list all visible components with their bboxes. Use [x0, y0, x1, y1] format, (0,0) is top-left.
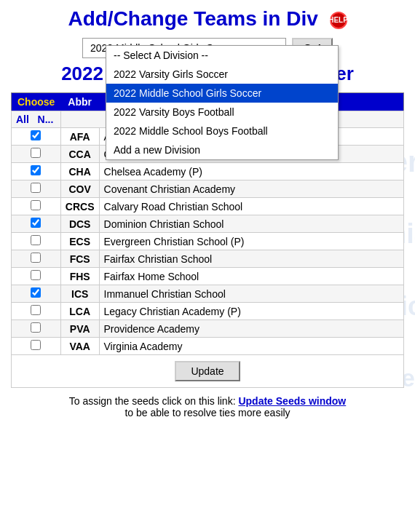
checkbox-cell-cov[interactable] — [12, 180, 61, 198]
checkbox-vaa[interactable] — [31, 340, 41, 350]
abbr-cell-fcs: FCS — [60, 250, 99, 268]
checkbox-ics[interactable] — [31, 287, 41, 298]
page-title: Add/Change Teams in Div HELP — [11, 7, 404, 31]
dd-item-select[interactable]: -- Select A Division -- — [106, 46, 338, 65]
table-row: FCSFairfax Christian School — [12, 250, 404, 268]
abbr-cell-pva: PVA — [60, 320, 99, 338]
footer-line1: To assign the seeds click on this link: — [69, 395, 239, 407]
dd-item-vbf[interactable]: 2022 Varsity Boys Football — [106, 103, 338, 122]
update-row: Update — [12, 355, 404, 388]
checkbox-cell-cca[interactable] — [12, 146, 61, 163]
dd-item-new[interactable]: Add a new Division — [106, 140, 338, 159]
name-cell-pva: Providence Academy — [99, 320, 403, 338]
table-row: ECSEvergreen Christian School (P) — [12, 233, 404, 250]
table-row: ICSImmanuel Christian School — [12, 285, 404, 303]
page-title-text: Add/Change Teams in Div — [68, 7, 317, 30]
name-cell-fcs: Fairfax Christian School — [99, 250, 403, 268]
none-label[interactable]: N... — [38, 114, 54, 125]
checkbox-cell-cha[interactable] — [12, 163, 61, 180]
checkbox-fhs[interactable] — [31, 270, 41, 280]
update-button[interactable]: Update — [175, 361, 240, 381]
table-row: PVAProvidence Academy — [12, 320, 404, 338]
abbr-cell-fhs: FHS — [60, 268, 99, 285]
footer-text: To assign the seeds click on this link: … — [11, 395, 404, 418]
checkbox-afa[interactable] — [31, 130, 41, 140]
abbr-cell-dcs: DCS — [60, 215, 99, 233]
checkbox-cov[interactable] — [31, 183, 41, 193]
dd-item-msgs[interactable]: 2022 Middle School Girls Soccer — [106, 84, 338, 103]
abbr-cell-cha: CHA — [60, 163, 99, 180]
checkbox-ecs[interactable] — [31, 235, 41, 245]
checkbox-cell-lca[interactable] — [12, 303, 61, 320]
table-row: DCSDominion Christian School — [12, 215, 404, 233]
checkbox-crcs[interactable] — [31, 200, 41, 210]
name-cell-ecs: Evergreen Christian School (P) — [99, 233, 403, 250]
checkbox-pva[interactable] — [31, 322, 41, 333]
col-header-choose: Choose — [12, 93, 61, 111]
table-row: CHAChelsea Academy (P) — [12, 163, 404, 180]
checkbox-cell-ecs[interactable] — [12, 233, 61, 250]
abbr-cell-vaa: VAA — [60, 338, 99, 355]
abbr-cell-afa: AFA — [60, 128, 99, 146]
name-cell-dcs: Dominion Christian School — [99, 215, 403, 233]
checkbox-cell-afa[interactable] — [12, 128, 61, 146]
abbr-cell-lca: LCA — [60, 303, 99, 320]
abbr-cell-cca: CCA — [60, 146, 99, 163]
dropdown-overlay: -- Select A Division -- 2022 Varsity Gir… — [106, 45, 339, 160]
name-cell-vaa: Virginia Academy — [99, 338, 403, 355]
footer-line2: to be able to resolve ties more easily — [125, 407, 290, 418]
dd-item-msbf[interactable]: 2022 Middle School Boys Football — [106, 122, 338, 140]
checkbox-cell-fhs[interactable] — [12, 268, 61, 285]
checkbox-cell-pva[interactable] — [12, 320, 61, 338]
update-seeds-link[interactable]: Update Seeds window — [238, 395, 346, 407]
table-row: CRCSCalvary Road Christian School — [12, 198, 404, 215]
select-all-cell[interactable]: All N... — [12, 111, 61, 128]
name-cell-cov: Covenant Christian Academy — [99, 180, 403, 198]
name-cell-lca: Legacy Christian Academy (P) — [99, 303, 403, 320]
checkbox-cell-dcs[interactable] — [12, 215, 61, 233]
checkbox-fcs[interactable] — [31, 253, 41, 263]
abbr-cell-crcs: CRCS — [60, 198, 99, 215]
checkbox-cca[interactable] — [31, 148, 41, 158]
name-cell-fhs: Fairfax Home School — [99, 268, 403, 285]
name-cell-cha: Chelsea Academy (P) — [99, 163, 403, 180]
table-row: FHSFairfax Home School — [12, 268, 404, 285]
table-row: VAAVirginia Academy — [12, 338, 404, 355]
checkbox-cell-vaa[interactable] — [12, 338, 61, 355]
dd-item-vgs[interactable]: 2022 Varsity Girls Soccer — [106, 65, 338, 84]
abbr-cell-ecs: ECS — [60, 233, 99, 250]
update-cell: Update — [12, 355, 404, 388]
help-icon[interactable]: HELP — [330, 12, 347, 29]
abbr-cell-ics: ICS — [60, 285, 99, 303]
checkbox-cha[interactable] — [31, 165, 41, 175]
checkbox-cell-ics[interactable] — [12, 285, 61, 303]
checkbox-cell-fcs[interactable] — [12, 250, 61, 268]
checkbox-cell-crcs[interactable] — [12, 198, 61, 215]
table-row: COVCovenant Christian Academy — [12, 180, 404, 198]
all-label[interactable]: All — [16, 114, 29, 125]
name-cell-crcs: Calvary Road Christian School — [99, 198, 403, 215]
checkbox-lca[interactable] — [31, 305, 41, 315]
table-row: LCALegacy Christian Academy (P) — [12, 303, 404, 320]
checkbox-dcs[interactable] — [31, 218, 41, 228]
name-cell-ics: Immanuel Christian School — [99, 285, 403, 303]
col-header-abbr: Abbr — [60, 93, 99, 111]
abbr-cell-cov: COV — [60, 180, 99, 198]
